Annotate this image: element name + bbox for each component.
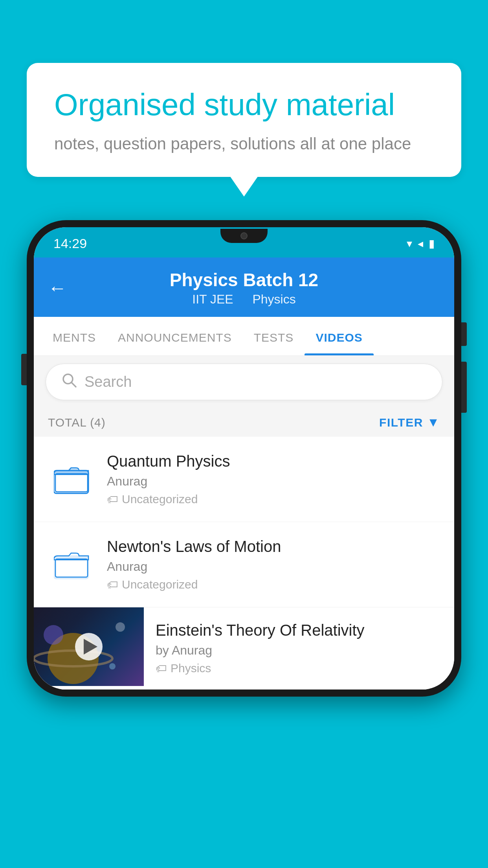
video-tag-2: 🏷 Uncategorized xyxy=(107,578,440,591)
video-author-1: Anurag xyxy=(107,474,440,489)
search-container: Search xyxy=(34,356,454,408)
tab-ments[interactable]: MENTS xyxy=(42,317,107,355)
tag-label-1: Uncategorized xyxy=(122,493,198,506)
svg-line-1 xyxy=(72,383,76,387)
svg-point-9 xyxy=(44,625,63,645)
battery-icon: ▮ xyxy=(429,237,435,250)
filter-icon: ▼ xyxy=(427,415,440,430)
total-count-label: TOTAL (4) xyxy=(48,416,106,429)
phone-notch xyxy=(220,229,268,243)
search-placeholder: Search xyxy=(84,373,132,390)
back-button[interactable]: ← xyxy=(48,277,67,299)
filter-label: FILTER xyxy=(379,416,423,429)
list-item[interactable]: Einstein's Theory Of Relativity by Anura… xyxy=(34,607,454,690)
svg-rect-4 xyxy=(55,474,88,492)
phone-outer: 14:29 ▾ ◂ ▮ ← Physics Batch 12 IIT JEE P… xyxy=(27,220,461,697)
filter-button[interactable]: FILTER ▼ xyxy=(379,415,440,430)
filter-row: TOTAL (4) FILTER ▼ xyxy=(34,408,454,437)
video-info-1: Quantum Physics Anurag 🏷 Uncategorized xyxy=(107,452,440,506)
side-button-left xyxy=(21,354,27,385)
play-button-3[interactable] xyxy=(75,633,103,660)
folder-thumb-2 xyxy=(48,541,95,588)
app-header: ← Physics Batch 12 IIT JEE Physics xyxy=(34,257,454,317)
status-icons: ▾ ◂ ▮ xyxy=(407,237,435,250)
folder-thumb-1 xyxy=(48,456,95,503)
header-subtitle-physics: Physics xyxy=(252,292,295,306)
video-thumbnail-3 xyxy=(34,607,144,686)
tab-announcements[interactable]: ANNOUNCEMENTS xyxy=(107,317,243,355)
tag-label-3: Physics xyxy=(171,662,211,675)
tab-videos[interactable]: VIDEOS xyxy=(305,317,373,355)
header-title-block: Physics Batch 12 IIT JEE Physics xyxy=(170,269,318,307)
list-item[interactable]: Quantum Physics Anurag 🏷 Uncategorized xyxy=(34,437,454,522)
tag-icon-1: 🏷 xyxy=(107,493,118,506)
search-icon xyxy=(62,373,77,391)
video-title-3: Einstein's Theory Of Relativity xyxy=(156,622,442,639)
header-title: Physics Batch 12 xyxy=(170,269,318,291)
tag-icon-2: 🏷 xyxy=(107,578,118,591)
tabs-bar: MENTS ANNOUNCEMENTS TESTS VIDEOS xyxy=(34,317,454,356)
video-author-2: Anurag xyxy=(107,559,440,574)
side-button-volume xyxy=(461,362,467,413)
svg-point-11 xyxy=(109,663,116,669)
video-author-3: by Anurag xyxy=(156,643,442,658)
signal-icon: ◂ xyxy=(418,237,423,250)
play-icon xyxy=(84,639,97,655)
bubble-subtitle: notes, question papers, solutions all at… xyxy=(54,134,434,153)
video-tag-3: 🏷 Physics xyxy=(156,662,442,675)
tag-label-2: Uncategorized xyxy=(122,578,198,591)
status-time: 14:29 xyxy=(53,236,87,251)
svg-point-10 xyxy=(116,622,125,632)
video-list: Quantum Physics Anurag 🏷 Uncategorized xyxy=(34,437,454,690)
video-info-2: Newton's Laws of Motion Anurag 🏷 Uncateg… xyxy=(107,538,440,591)
tab-tests[interactable]: TESTS xyxy=(243,317,305,355)
video-tag-1: 🏷 Uncategorized xyxy=(107,493,440,506)
header-subtitle-iitjee: IIT JEE xyxy=(192,292,233,306)
header-subtitle: IIT JEE Physics xyxy=(170,292,318,307)
search-box[interactable]: Search xyxy=(46,364,442,400)
list-item[interactable]: Newton's Laws of Motion Anurag 🏷 Uncateg… xyxy=(34,522,454,607)
svg-rect-6 xyxy=(55,559,88,577)
wifi-icon: ▾ xyxy=(407,237,412,250)
phone-screen: 14:29 ▾ ◂ ▮ ← Physics Batch 12 IIT JEE P… xyxy=(34,227,454,690)
tag-icon-3: 🏷 xyxy=(156,662,167,675)
side-button-power xyxy=(461,322,467,346)
speech-bubble: Organised study material notes, question… xyxy=(27,63,461,177)
video-info-3: Einstein's Theory Of Relativity by Anura… xyxy=(144,607,454,689)
video-title-1: Quantum Physics xyxy=(107,452,440,470)
phone-device: 14:29 ▾ ◂ ▮ ← Physics Batch 12 IIT JEE P… xyxy=(27,220,461,697)
speech-bubble-section: Organised study material notes, question… xyxy=(27,63,461,177)
camera-icon xyxy=(240,232,248,239)
bubble-title: Organised study material xyxy=(54,86,434,123)
video-title-2: Newton's Laws of Motion xyxy=(107,538,440,555)
